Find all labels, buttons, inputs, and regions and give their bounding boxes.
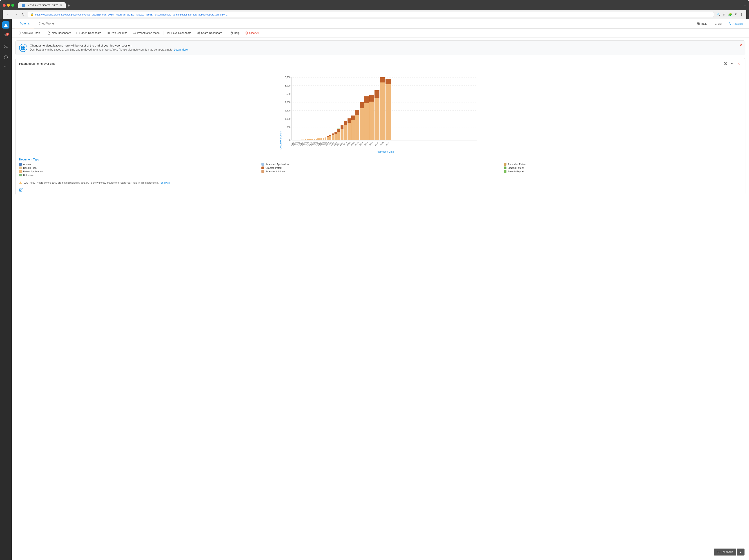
share-dashboard-label: Share Dashboard [201,31,222,35]
bar-1980 [316,139,317,140]
tab-close-icon[interactable]: ✕ [60,4,62,7]
bar-1974 [310,139,312,140]
chart-expand-button[interactable] [729,61,735,66]
new-dashboard-button[interactable]: New Dashboard [45,30,73,36]
address-actions: 🔍 ☆ 🧩 P ⋮ [716,13,744,17]
banner-close-button[interactable]: ✕ [739,43,743,47]
x-label-2020: 2020 [380,141,384,146]
legend-label-amended-patent: Amended Patent [508,163,526,166]
tab-cited-works[interactable]: Cited Works [34,19,59,28]
two-columns-label: Two Columns [111,31,127,35]
x-label-2006: 2006 [346,141,351,146]
bookmark-icon[interactable]: ☆ [722,13,726,17]
lock-icon: 🔒 [30,13,34,16]
legend-label-unknown: Unknown [23,174,34,176]
bar-1986 [321,138,322,140]
maximize-traffic-light[interactable] [11,4,14,7]
view-table-button[interactable]: Table [694,21,710,27]
chart-layers-button[interactable] [723,61,728,66]
new-dashboard-label: New Dashboard [52,31,71,35]
save-dashboard-button[interactable]: Save Dashboard [165,30,194,36]
search-address-icon[interactable]: 🔍 [716,13,720,17]
presentation-mode-button[interactable]: Presentation Mode [131,30,162,36]
bar-chart: Document Count 3,500 3,000 2,500 2,000 [19,73,742,154]
y-label-3000: 3,000 [285,85,291,87]
url-bar[interactable]: 🔒 https://www.lens.org/lens/search/paten… [28,12,714,17]
banner-description: Dashboards can be saved at any time and … [30,48,189,51]
bar-2022-grant [386,79,391,84]
feedback-button[interactable]: Feedback [714,548,736,556]
legend-item-design-right: Design Right [19,167,257,169]
sidebar-logo[interactable] [2,21,9,28]
app-container: 1 ··· Patents Cited Works [0,19,749,560]
view-analysis-button[interactable]: Analysis [726,21,745,27]
bar-1976 [312,139,313,140]
active-browser-tab[interactable]: L Lens Patent Search: pizza ✕ [18,2,66,8]
bar-2008-grant [351,115,355,120]
feedback-collapse-button[interactable]: ▲ [737,548,745,556]
new-tab-button[interactable]: + [66,3,72,8]
svg-line-30 [198,33,199,34]
svg-rect-40 [22,48,23,50]
y-label-500: 500 [286,126,291,129]
clear-all-button[interactable]: Clear All [242,30,261,36]
minimize-traffic-light[interactable] [7,4,10,7]
profile-icon[interactable]: P [734,13,738,17]
chart-edit-icon[interactable] [19,188,23,192]
add-new-chart-label: Add New Chart [22,31,40,35]
legend-label-patent-of-addition: Patent of Addition [265,170,285,173]
info-banner: Changes to visualisations here will be r… [15,40,745,55]
clear-all-label: Clear All [249,31,259,35]
bar-2002-app [341,129,343,140]
chart-title: Patent documents over time [19,62,56,65]
open-dashboard-button[interactable]: Open Dashboard [74,30,103,36]
bar-2016-grant [369,94,374,102]
svg-rect-37 [22,46,23,48]
legend-color-abstract [19,163,22,166]
legend-item-unknown: Unknown [19,174,257,176]
legend-label-granted-patent: Granted Patent [265,167,282,169]
bar-2002-grant [341,125,343,129]
svg-rect-24 [133,32,136,34]
add-new-chart-button[interactable]: Add New Chart [15,30,42,36]
presentation-mode-label: Presentation Mode [137,31,160,35]
x-axis-label: Publication Date [376,150,394,153]
back-button[interactable]: ← [5,12,11,17]
show-all-link[interactable]: Show All [160,181,170,184]
toolbar: Add New Chart New Dashboard Open Dashboa… [12,28,749,38]
sidebar-item-filter[interactable]: 1 [2,32,9,39]
forward-button[interactable]: → [13,12,18,17]
chart-close-button[interactable] [736,61,742,66]
extensions-icon[interactable]: 🧩 [728,13,732,17]
legend-label-search-report: Search Report [508,170,524,173]
share-dashboard-button[interactable]: Share Dashboard [195,30,224,36]
add-chart-icon [18,31,21,35]
table-icon [697,22,700,25]
banner-icon [19,44,27,52]
close-traffic-light[interactable] [3,4,6,7]
bar-2006-app [347,123,351,140]
tab-patents[interactable]: Patents [15,19,34,28]
y-label-1500: 1,500 [285,109,291,112]
bar-2018-grant [374,90,380,98]
legend-label-design-right: Design Right [23,167,37,169]
two-columns-button[interactable]: Two Columns [105,30,130,36]
tab-bar: Patents Cited Works Table List [12,19,749,28]
sidebar-item-info[interactable] [2,54,9,61]
view-list-button[interactable]: List [711,21,725,27]
bar-2016-app [369,102,374,140]
tab-actions: Table List Analysis [694,21,745,27]
help-button[interactable]: Help [228,30,242,36]
banner-text: Changes to visualisations here will be r… [30,44,189,51]
toolbar-separator-3 [226,31,226,35]
menu-icon[interactable]: ⋮ [740,13,744,17]
sidebar-more-icon[interactable]: ··· [4,64,8,68]
sidebar-item-users[interactable] [2,43,9,50]
bar-2022-app [386,84,391,140]
banner-learn-more-link[interactable]: Learn More [174,48,188,51]
y-label-0: 0 [289,139,291,142]
bar-1990-grant [325,137,326,138]
bar-2020-app [380,83,385,140]
x-label-2012: 2012 [359,141,363,146]
refresh-button[interactable]: ↻ [21,12,25,17]
